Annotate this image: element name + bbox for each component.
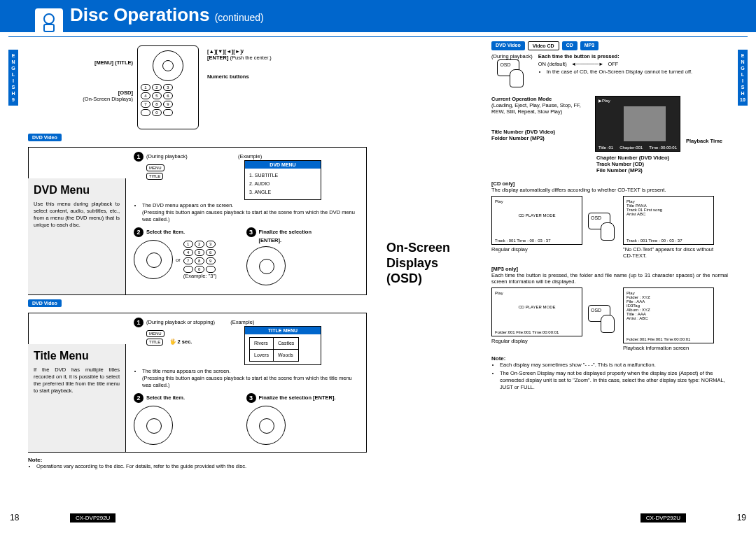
osd-each-press: Each time the button is pressed:: [538, 53, 728, 59]
dvd-example-box: DVD MENU 1. SUBTITLE 2. AUDIO 3. ANGLE: [244, 160, 321, 200]
file-num-label: File Number (MP3): [596, 167, 728, 173]
osd-press-icon-cd: OSD: [588, 213, 617, 242]
media-tags-row: DVD Video Video CD CD MP3: [491, 41, 728, 50]
title-menu-desc: If the DVD has multiple titles recorded …: [34, 367, 120, 395]
mp3-regular-label: Regular display: [491, 338, 582, 344]
dvd-menu-title: DVD Menu: [34, 184, 120, 197]
osd-cd-note: In the case of CD, the On-Screen Display…: [547, 69, 728, 76]
title-button-icon-2: TITLE: [146, 339, 163, 346]
tag-mp3: MP3: [580, 41, 598, 50]
title-example-box: TITLE MENU RiversCastlesLoversWoods: [244, 326, 321, 365]
cd-regular-label: Regular display: [491, 246, 582, 253]
tm-step-3-icon: 3: [246, 393, 256, 403]
title-button-icon: TITLE: [146, 173, 163, 180]
remote-diagram: 1234567890: [137, 45, 199, 129]
label-osd-sub: (On-Screen Displays): [28, 96, 133, 102]
page-right: ENGLISH10 On-Screen Displays (OSD) DVD V…: [378, 37, 756, 527]
tm-step2: Select the item.: [146, 395, 185, 401]
joystick-enter-icon-2: [246, 406, 286, 445]
step-2-icon: 2: [134, 227, 144, 237]
folder-num-label: Folder Number (MP3): [491, 135, 589, 141]
dvd-example-label: (Example): [238, 153, 262, 159]
label-numeric: Numeric buttons: [207, 73, 367, 80]
mp3-text: Each time the button is pressed, the fol…: [491, 272, 728, 285]
joystick-icon: [134, 240, 173, 279]
tm-step-1-icon: 1: [134, 318, 144, 327]
step-3-icon: 3: [246, 227, 256, 237]
left-note-label: Note:: [28, 457, 367, 463]
dvd-step3: Finalize the selection[ENTER].: [246, 229, 312, 243]
page-number-right: 19: [737, 513, 746, 523]
label-osd: [OSD]: [28, 90, 133, 96]
label-enter: [ENTER] (Push the center.): [207, 55, 367, 61]
page-title: Disc Operations (continued): [70, 4, 264, 26]
osd-note1: Each display may sometimes show "- - -".…: [500, 362, 728, 369]
disc-operator-icon: [35, 8, 63, 36]
label-menu-title: [MENU] (TITLE): [28, 59, 133, 66]
curr-mode-sub: (Loading, Eject, Play, Pause, Stop, FF, …: [491, 102, 589, 115]
label-nav: [▲][▼][◄][►]/: [207, 48, 367, 55]
footer-model-left: CX-DVP292U: [70, 513, 115, 523]
mp3-info-screen: Play Folder : XYZ File : AAA ID3Tag Albu…: [623, 287, 714, 343]
joystick-icon-2: [134, 406, 173, 445]
tm-example-label: (Example): [230, 319, 254, 325]
mp3-regular-screen: Play CD PLAYER MODE Folder:001 File:001 …: [491, 287, 582, 336]
tag-dvd-2: DVD Video: [28, 299, 62, 307]
tm-bullet: The title menu appears on the screen.(Pr…: [142, 368, 359, 389]
title-num-label: Title Number (DVD Video): [491, 129, 589, 135]
osd-title-block: On-Screen Displays (OSD): [386, 240, 477, 286]
title-menu-title: Title Menu: [34, 350, 120, 362]
osd-button-press-icon: OSD: [497, 59, 526, 89]
section-title-menu: Title Menu If the DVD has multiple title…: [28, 313, 367, 453]
side-tab-left: ENGLISH9: [8, 50, 18, 106]
curr-mode-label: Current Operation Mode: [491, 96, 589, 102]
tag-cd: CD: [562, 41, 578, 50]
side-tab-right: ENGLISH10: [738, 50, 748, 106]
svg-rect-1: [44, 24, 54, 31]
section-dvd-menu: DVD Menu Use this menu during playback t…: [28, 147, 367, 295]
cd-regular-screen: Play CD PLAYER MODE Track : 001 Time : 0…: [491, 196, 582, 245]
osd-press-icon-mp3: OSD: [588, 305, 617, 334]
tag-dvd-1: DVD Video: [28, 134, 62, 141]
tag-vcd: Video CD: [528, 41, 559, 50]
menu-button-icon-2: MENU: [146, 330, 164, 337]
osd-during: (During playback): [491, 53, 533, 59]
playback-time-label: Playback Time: [686, 138, 728, 144]
page-number-left: 18: [10, 513, 19, 523]
menu-button-icon: MENU: [146, 164, 164, 171]
step-1-icon: 1: [134, 152, 144, 162]
dvd-menu-desc: Use this menu during playback to select …: [34, 201, 120, 229]
osd-note2: The On-Screen Display may not be display…: [500, 370, 728, 391]
cd-text-screen: Play Title PANA Track 01 First song Arti…: [623, 196, 714, 245]
dvd-step2: Select the item.: [146, 229, 185, 235]
cd-only-label: [CD only]: [491, 180, 728, 187]
page-left: ENGLISH9 [MENU] (TITLE) [OSD] (On-Screen…: [0, 37, 378, 527]
tm-step1: (During playback or stopping): [146, 319, 215, 325]
dvd-step1: (During playback): [146, 153, 188, 159]
tm-step3: Finalize the selection [ENTER].: [259, 395, 336, 401]
no-cdtext-label: "No CD-Text" appears for discs without C…: [623, 246, 714, 259]
tm-step-2-icon: 2: [134, 393, 144, 403]
mp3-playback-label: Playback information screen: [623, 345, 714, 351]
joystick-enter-icon: [246, 246, 286, 285]
left-note-text: Operations vary according to the disc. F…: [36, 463, 367, 470]
svg-point-0: [44, 14, 54, 24]
dvd-bullet: The DVD menu appears on the screen.(Pres…: [142, 202, 359, 223]
track-num-label: Track Number (CD): [596, 161, 728, 167]
osd-note-label: Note:: [491, 355, 728, 362]
tag-dvd: DVD Video: [491, 41, 525, 50]
cd-text: The display automatically differs accord…: [491, 187, 728, 193]
footer-model-right: CX-DVP292U: [640, 513, 686, 523]
dvd-playback-screenshot: ▶Play Title :01Chapter:001Time :00:00:01: [595, 96, 680, 152]
mp3-only-label: [MP3 only]: [491, 266, 728, 272]
chapter-num-label: Chapter Number (DVD Video): [596, 155, 728, 161]
page-header: Disc Operations (continued): [0, 0, 756, 32]
